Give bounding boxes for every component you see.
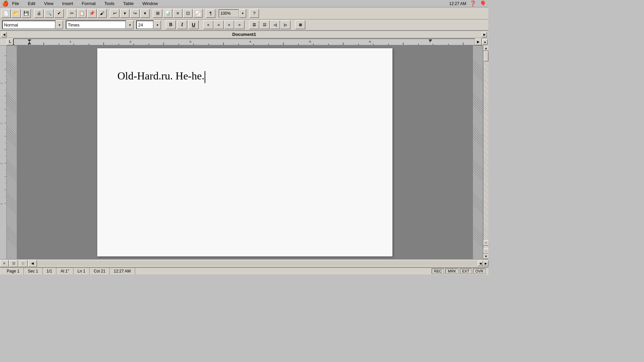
decrease-indent-button[interactable]: ◁ xyxy=(270,20,280,29)
paste-button[interactable]: 📌 xyxy=(87,9,97,18)
svg-text:4: 4 xyxy=(249,40,251,43)
scroll-down-button[interactable]: ▼ xyxy=(483,254,488,259)
menu-view[interactable]: View xyxy=(43,1,55,6)
menu-edit[interactable]: Edit xyxy=(26,1,37,6)
menu-insert[interactable]: Insert xyxy=(61,1,74,6)
outline-view-tab[interactable]: ⊡ xyxy=(9,260,18,267)
apple-logo-icon[interactable]: 🍎 xyxy=(2,0,9,7)
normal-view-tab[interactable]: ≡ xyxy=(0,260,9,267)
scrollbar-track[interactable] xyxy=(483,51,488,240)
document-content[interactable]: Old-Hard.ru. He-he. xyxy=(117,68,372,83)
page-status: Page 1 xyxy=(3,268,24,275)
toolbar2-formatting: Normal ▾ Times ▾ 24 ▾ B I U ≡ ≡ ≡ ≡ xyxy=(0,19,488,31)
zoom-input[interactable]: 100% xyxy=(219,9,239,17)
font-dropdown-button[interactable]: ▾ xyxy=(126,20,133,29)
spelling-button[interactable]: ✔ xyxy=(54,9,64,18)
ruler-scrollbar-up-button[interactable]: ▲ xyxy=(482,39,488,45)
text-cursor xyxy=(205,71,205,83)
menu-table[interactable]: Table xyxy=(122,1,135,6)
numbered-list-button[interactable]: ☷ xyxy=(260,20,270,29)
document-title: Document1 xyxy=(7,32,482,37)
list-group: ☰ ☷ ◁ ▷ xyxy=(249,20,290,29)
align-justify-button[interactable]: ≡ xyxy=(234,20,245,29)
chart-button[interactable]: 📈 xyxy=(193,9,203,18)
open-button[interactable]: 📂 xyxy=(11,9,21,18)
redo-dropdown[interactable]: ▾ xyxy=(140,9,150,18)
save-button[interactable]: 💾 xyxy=(21,9,31,18)
zoom-in-button[interactable]: + xyxy=(483,240,488,246)
zoom-dropdown[interactable]: ▾ xyxy=(239,9,246,18)
style-dropdown-input[interactable]: Normal xyxy=(2,20,56,29)
title-bar-left: 🍎 File Edit View Insert Format Tools Tab… xyxy=(2,0,159,7)
columns-button[interactable]: ≡ xyxy=(173,9,182,18)
table-grid-button[interactable]: ⊞ xyxy=(295,20,305,29)
ovr-badge[interactable]: OVR xyxy=(473,268,486,274)
cut-button[interactable]: ✂ xyxy=(67,9,76,18)
menu-format[interactable]: Format xyxy=(80,1,97,6)
align-left-button[interactable]: ≡ xyxy=(203,20,213,29)
excel-button[interactable]: 📊 xyxy=(163,9,172,18)
doc-scroll-left-button[interactable]: ◀ xyxy=(1,32,7,37)
mrk-badge[interactable]: MRK xyxy=(445,268,458,274)
format-painter-button[interactable]: 🖌 xyxy=(97,9,107,18)
print-button[interactable]: 🖨 xyxy=(34,9,44,18)
copy-button[interactable]: 📋 xyxy=(77,9,87,18)
ruler-scale[interactable]: 1 2 3 4 5 6 7 xyxy=(13,39,475,45)
size-dropdown-button[interactable]: ▾ xyxy=(154,20,161,29)
vertical-scrollbar: ▲ + − ▼ xyxy=(483,46,488,259)
tab-alignment-button[interactable]: L xyxy=(7,39,13,45)
font-dropdown-input[interactable]: Times xyxy=(66,20,126,29)
menu-tools[interactable]: Tools xyxy=(103,1,116,6)
menu-file[interactable]: File xyxy=(11,1,20,6)
vertical-ruler-scale: 1 2 3 4 xyxy=(0,46,6,259)
help-button[interactable]: ? xyxy=(250,9,259,18)
time-status: 12:27 AM xyxy=(110,268,135,275)
print-preview-button[interactable]: 🔍 xyxy=(44,9,54,18)
document-scroll-area[interactable]: Old-Hard.ru. He-he. xyxy=(7,46,483,259)
italic-button[interactable]: I xyxy=(177,20,187,29)
new-button[interactable]: 📄 xyxy=(1,9,11,18)
page-view-tab[interactable]: □ xyxy=(19,260,28,267)
bold-button[interactable]: B xyxy=(166,20,176,29)
scroll-right-button[interactable]: ▶ xyxy=(483,261,488,266)
frame-button[interactable]: ⊡ xyxy=(183,9,193,18)
increase-indent-button[interactable]: ▷ xyxy=(280,20,290,29)
at-label: At 1" xyxy=(60,269,69,274)
style-dropdown-button[interactable]: ▾ xyxy=(56,20,63,29)
scroll-divider xyxy=(483,246,488,248)
scroll-left-button[interactable]: ◀ xyxy=(478,261,483,266)
document-page[interactable]: Old-Hard.ru. He-he. xyxy=(97,48,392,256)
style-selector: Normal ▾ xyxy=(2,20,63,29)
size-dropdown-input[interactable]: 24 xyxy=(136,20,154,29)
view-tab-arrow[interactable]: ◀ xyxy=(28,260,37,267)
at-status: At 1" xyxy=(56,268,73,275)
svg-text:1: 1 xyxy=(69,40,72,43)
scrollbar-thumb[interactable] xyxy=(484,51,488,61)
title-bar: 🍎 File Edit View Insert Format Tools Tab… xyxy=(0,0,488,7)
col-status: Col 21 xyxy=(90,268,110,275)
undo-dropdown[interactable]: ▾ xyxy=(120,9,129,18)
align-center-button[interactable]: ≡ xyxy=(214,20,224,29)
rec-badge[interactable]: REC xyxy=(432,268,444,274)
col-label: Col 21 xyxy=(94,269,105,274)
doc-scroll-right-button[interactable]: ▶ xyxy=(482,32,487,37)
horizontal-scrollbar-track[interactable] xyxy=(38,261,477,266)
font-value: Times xyxy=(68,22,79,27)
undo-button[interactable]: ↩ xyxy=(110,9,119,18)
pages-label: 1/1 xyxy=(47,269,52,274)
menu-window[interactable]: Window xyxy=(141,1,159,6)
ruler-end-button[interactable]: ▶ xyxy=(475,39,482,45)
table-button[interactable]: ⊞ xyxy=(153,9,162,18)
paragraph-marks-button[interactable]: ¶ xyxy=(206,9,215,18)
zoom-out-button[interactable]: − xyxy=(483,248,488,254)
scroll-up-button[interactable]: ▲ xyxy=(483,46,488,51)
help-icon[interactable]: ❓ xyxy=(470,0,476,7)
balloon-icon[interactable]: 🎈 xyxy=(480,0,486,7)
svg-text:7: 7 xyxy=(429,40,431,43)
align-right-button[interactable]: ≡ xyxy=(224,20,234,29)
ext-badge[interactable]: EXT xyxy=(460,268,472,274)
bullet-list-button[interactable]: ☰ xyxy=(249,20,259,29)
redo-button[interactable]: ↪ xyxy=(130,9,140,18)
underline-button[interactable]: U xyxy=(189,20,199,29)
left-hatched-margin xyxy=(7,46,17,259)
